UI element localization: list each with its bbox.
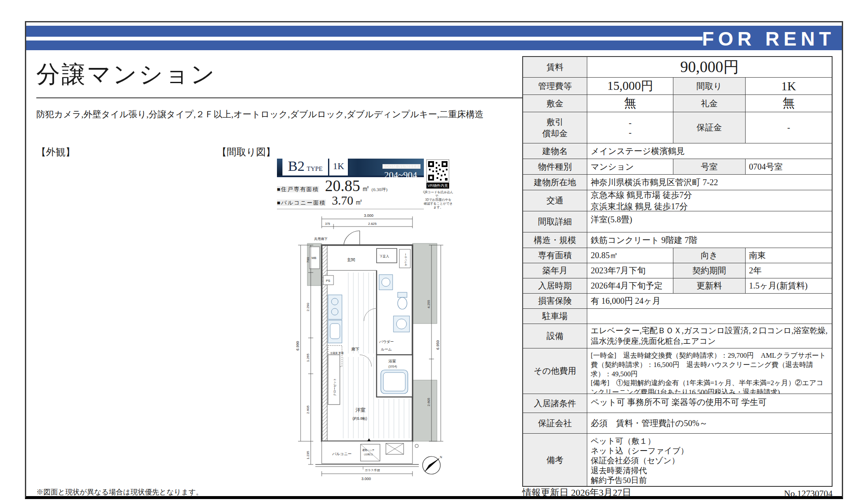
insurance-value: 有 16,000円 24ヶ月 — [587, 294, 832, 309]
madori-label: 間取り — [673, 78, 746, 95]
built-value: 2023年7月下旬 — [587, 263, 673, 278]
shikibiki-label: 敷引 償却金 — [523, 112, 587, 143]
access-value: 京急本線 鶴見市場 徒歩7分 京浜東北線 鶴見 徒歩17分 — [587, 190, 832, 211]
exterior-section-label: 【外観】 — [36, 146, 75, 159]
table-row: 間取詳細 洋室(5.8畳) — [523, 211, 832, 232]
hoshokin-value: - — [746, 112, 832, 143]
unit-area-note: (6.30坪) — [372, 187, 388, 192]
compass-icon: N — [423, 456, 442, 474]
dim-l3: 1.265 — [306, 353, 310, 362]
remarks-value: ペット可（敷１） ネット込（シーファイブ） 保証会社必須（セゾン） 退去時要清掃… — [587, 434, 832, 486]
label-bath-size: (1014) — [388, 365, 397, 368]
table-row: 敷引 償却金 - - 保証金 - — [523, 112, 832, 143]
for-rent-title: FOR RENT — [702, 27, 835, 50]
label-shoebox: 下足入 — [380, 254, 389, 258]
hoshokin-label: 保証金 — [673, 112, 746, 143]
building-name-label: 建物名 — [523, 143, 587, 159]
conditions-value: ペット可 事務所不可 楽器等の使用不可 学生可 — [587, 394, 832, 413]
floorplan-header-edge — [277, 159, 282, 175]
shikikin-value: 無 — [587, 95, 673, 112]
west-wall-hatch — [322, 245, 327, 441]
table-row: 物件種別 マンション 号室 0704号室 — [523, 159, 832, 175]
table-row: 駐車場 — [523, 309, 832, 324]
balcony-area-label: ■バルコニー面積 — [277, 200, 326, 206]
room-no-value: 0704号室 — [746, 159, 832, 175]
room-number-label: ROOM NUMBER/ — [382, 164, 420, 169]
table-row: 賃料 90,000円 — [523, 57, 832, 78]
table-row: 入居時期 2026年4月下旬予定 更新料 1.5ヶ月(新賃料) — [523, 278, 832, 294]
title-underline — [36, 97, 523, 98]
rent-value: 90,000円 — [587, 57, 832, 78]
dim-r1: 4.255 — [427, 300, 431, 308]
built-label: 築年月 — [523, 263, 587, 278]
qr-code — [426, 159, 449, 182]
table-row: 建物所在地 神奈川県横浜市鶴見区菅沢町 7-22 — [523, 175, 832, 190]
reikin-label: 礼金 — [673, 95, 746, 112]
reikin-value: 無 — [746, 95, 832, 112]
label-common-corridor: 共用廊下 — [314, 237, 328, 241]
table-row: 専有面積 20.85㎡ 向き 南東 — [523, 248, 832, 263]
insurance-label: 損害保険 — [523, 294, 587, 309]
parking-value — [587, 309, 832, 324]
contract-period-label: 契約期間 — [673, 263, 746, 278]
info-updated-date: 情報更新日 2026年3月27日 — [522, 486, 632, 499]
disclaimer-note: ※図面と現状が異なる場合は現状優先となります。 — [36, 487, 203, 497]
property-type-label: 物件種別 — [523, 159, 587, 175]
vr-viewing-badge: VR物件内見 — [426, 183, 449, 189]
label-corridor: 廊下 — [351, 347, 360, 351]
unit-area-value: 20.85 — [325, 177, 360, 194]
dim-top-b: 2.625 — [368, 222, 377, 226]
table-row: 敷金 無 礼金 無 — [523, 95, 832, 112]
label-genkan: 玄関 — [347, 257, 355, 262]
label-powder-1: パウダー — [379, 340, 394, 344]
dim-l2: 2.290 — [306, 302, 310, 311]
table-row: 管理費等 15,000円 間取り 1K — [523, 78, 832, 95]
dim-left-overall: 6.990 — [296, 341, 300, 351]
label-hatch-2: (点検口) — [364, 453, 373, 456]
label-counter: カウンター — [404, 253, 407, 266]
access-label: 交通 — [523, 190, 587, 211]
balcony-area-line: ■バルコニー面積 3.70 ㎡ — [277, 194, 363, 208]
direction-value: 南東 — [746, 248, 832, 263]
move-in-value: 2026年4月下旬予定 — [587, 278, 673, 294]
move-in-label: 入居時期 — [523, 278, 587, 294]
dim-r2: 2.605 — [427, 397, 431, 406]
balcony-area-unit: ㎡ — [355, 197, 363, 206]
dim-l4: 2.605 — [306, 405, 310, 414]
remarks-label: 備考 — [523, 434, 587, 486]
label-closet: クローゼット — [333, 378, 336, 396]
layout-badge: 1K — [329, 159, 349, 175]
area-separator — [277, 209, 424, 209]
dim-top-a: 375 — [325, 222, 330, 225]
table-row: 構造・規模 鉄筋コンクリート 9階建 7階 — [523, 232, 832, 248]
table-row: 建物名 メインステージ横濱鶴見 — [523, 143, 832, 159]
label-hatch: 避難ハッチ — [362, 448, 374, 451]
renewal-fee-value: 1.5ヶ月(新賃料) — [746, 278, 832, 294]
renewal-fee-label: 更新料 — [673, 278, 746, 294]
unit-area-line: ■住戸専有面積 20.85 ㎡ (6.30坪) — [277, 177, 388, 195]
label-bedroom-size: (約5.8帖) — [353, 416, 367, 421]
floorplan-drawing: 共用廊下 MB PS 玄関 下足入 カウンター 冷蔵庫 置場 廊下 — [292, 211, 449, 483]
dim-l5: 1.235 — [306, 451, 310, 459]
room-no-label: 号室 — [673, 159, 746, 175]
entry-door — [344, 231, 360, 246]
dim-bottom: 3.000 — [361, 477, 371, 481]
label-glass-rail: ガラス手摺 — [365, 469, 380, 472]
other-costs-value: [一時金] 退去時鍵交換費（契約時請求）：29,700円 AMLクラブサポート費… — [587, 348, 832, 394]
kitchen-fixtures — [328, 295, 342, 343]
conditions-label: 入居諸条件 — [523, 394, 587, 413]
other-costs-label: その他費用 — [523, 348, 587, 394]
shikibiki-value: - - — [587, 112, 673, 143]
area-label: 専有面積 — [523, 248, 587, 263]
type-name: B2 — [288, 159, 305, 174]
table-row: 築年月 2023年7月下旬 契約期間 2年 — [523, 263, 832, 278]
dim-top: 3.000 — [364, 213, 374, 218]
management-fee-value: 15,000円 — [587, 78, 673, 95]
area-value: 20.85㎡ — [587, 248, 673, 263]
dim-l1: 700 — [306, 257, 310, 263]
address-label: 建物所在地 — [523, 175, 587, 190]
compass-north-label: N — [440, 456, 442, 459]
banner-stripe — [26, 37, 703, 40]
balcony-area-value: 3.70 — [332, 194, 353, 207]
structure-label: 構造・規模 — [523, 232, 587, 248]
